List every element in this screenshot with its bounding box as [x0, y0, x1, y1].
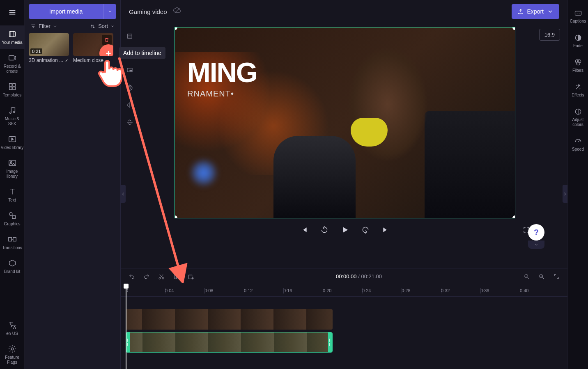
filter-button[interactable]: Filter [30, 23, 57, 29]
nav-graphics[interactable]: Graphics [0, 207, 25, 231]
nav-music-sfx[interactable]: Music & SFX [0, 102, 25, 131]
ruler-tick-label: 0:16 [283, 288, 292, 293]
svg-point-40 [577, 60, 581, 63]
media-thumbnail[interactable]: 0:21 3D animation ...✓ [29, 33, 69, 63]
resize-handle[interactable] [512, 215, 515, 218]
timeline-ruler[interactable]: 0 0:04 0:08 0:12 0:16 0:20 0:24 0:28 0:3… [121, 284, 567, 297]
add-to-timeline-button[interactable] [99, 44, 113, 56]
ruler-tick-label: 0:40 [520, 288, 528, 293]
play-button[interactable] [339, 224, 351, 236]
svg-rect-3 [9, 32, 15, 37]
svg-point-41 [576, 62, 579, 65]
undo-button[interactable] [127, 272, 136, 281]
collapse-media-panel-button[interactable]: ‹ [121, 185, 126, 203]
timeline-clip[interactable] [126, 309, 333, 330]
import-media-dropdown[interactable] [103, 4, 116, 19]
zoom-out-button[interactable] [522, 272, 531, 281]
media-title: Medium close... [73, 57, 108, 63]
project-name[interactable]: Gaming video [129, 8, 167, 15]
panel-fade[interactable]: Fade [568, 30, 588, 53]
nav-brand-kit[interactable]: Brand kit [0, 254, 25, 278]
ruler-tick-label: 0:08 [204, 288, 213, 293]
panel-label: Effects [572, 93, 584, 98]
delete-media-button[interactable] [102, 35, 112, 45]
playhead[interactable] [126, 284, 126, 369]
clip-trim-handle[interactable] [127, 339, 129, 346]
nav-transitions[interactable]: Transitions [0, 231, 25, 254]
nav-label: Transitions [2, 245, 22, 250]
ruler-tick-label: 0:36 [480, 288, 489, 293]
skip-back-button[interactable] [298, 224, 310, 236]
cloud-sync-icon[interactable] [173, 7, 181, 16]
panel-filters[interactable]: Filters [568, 54, 588, 77]
svg-point-15 [9, 213, 12, 215]
resize-handle[interactable] [175, 215, 177, 218]
split-button[interactable] [172, 272, 181, 281]
panel-label: Fade [573, 44, 583, 48]
check-icon: ✓ [65, 58, 68, 63]
panel-adjust-colors[interactable]: Adjust colors [568, 103, 588, 131]
rotate-tool-icon[interactable] [125, 83, 135, 93]
panel-label: Speed [572, 147, 584, 152]
media-thumbnail[interactable]: Medium close... Add to timeline [73, 33, 113, 63]
nav-your-media[interactable]: Your media [0, 25, 25, 49]
ruler-tick-label: 0:24 [362, 288, 371, 293]
cut-button[interactable] [157, 272, 166, 281]
timeline-clip-selected[interactable] [126, 332, 333, 353]
nav-templates[interactable]: Templates [0, 78, 25, 102]
flip-v-tool-icon[interactable] [125, 117, 135, 127]
timeline-tracks [121, 297, 567, 369]
nav-label: Video library [1, 145, 23, 150]
fit-timeline-button[interactable] [552, 272, 561, 281]
svg-rect-5 [9, 84, 11, 86]
import-media-button[interactable]: Import media [29, 4, 103, 19]
nav-label: Graphics [4, 222, 20, 227]
topbar: Gaming video Export [121, 0, 567, 23]
ruler-tick-label: 0:12 [244, 288, 253, 293]
nav-language[interactable]: en-US [0, 316, 25, 340]
menu-button[interactable] [2, 2, 22, 22]
skip-forward-button[interactable] [380, 224, 392, 236]
flip-h-tool-icon[interactable] [125, 100, 135, 110]
preview-canvas[interactable]: MING RNAMENT• [175, 27, 515, 218]
panel-effects[interactable]: Effects [568, 79, 588, 102]
delete-clip-button[interactable] [186, 272, 195, 281]
media-title: 3D animation ... [29, 57, 63, 63]
nav-feature-flags[interactable]: Feature Flags [0, 340, 25, 369]
svg-point-10 [13, 111, 15, 113]
scene-text: MING [187, 56, 257, 88]
nav-image-library[interactable]: Image library [0, 154, 25, 183]
nav-text[interactable]: Text [0, 183, 25, 207]
forward-button[interactable] [360, 224, 371, 236]
zoom-in-button[interactable] [537, 272, 546, 281]
pip-tool-icon[interactable] [125, 66, 135, 76]
svg-rect-6 [12, 84, 15, 86]
collapse-preview-button[interactable] [528, 241, 544, 249]
export-button[interactable]: Export [512, 4, 559, 19]
redo-button[interactable] [142, 272, 151, 281]
resize-handle[interactable] [512, 27, 515, 30]
collapse-right-panel-button[interactable]: › [563, 185, 567, 203]
clip-trim-handle[interactable] [329, 339, 331, 346]
rewind-button[interactable] [319, 224, 330, 236]
resize-handle[interactable] [175, 27, 177, 30]
aspect-ratio-button[interactable]: 16:9 [539, 29, 560, 41]
nav-record-create[interactable]: Record & create [0, 49, 25, 78]
ruler-tick-label: 0:04 [165, 288, 174, 293]
ruler-tick-label: 0:32 [441, 288, 450, 293]
media-panel: Import media Filter Sort 0:21 [25, 0, 121, 369]
svg-rect-32 [177, 274, 178, 279]
panel-captions[interactable]: Captions [568, 5, 588, 28]
nav-label: Brand kit [4, 269, 20, 274]
sort-label: Sort [98, 23, 108, 29]
sort-button[interactable]: Sort [90, 23, 115, 29]
svg-rect-18 [13, 237, 16, 241]
panel-speed[interactable]: Speed [568, 133, 588, 156]
nav-label: Music & SFX [1, 117, 24, 126]
svg-rect-33 [189, 275, 192, 279]
filter-label: Filter [39, 23, 51, 29]
frame-tool-icon[interactable] [125, 31, 135, 41]
nav-video-library[interactable]: Video library [0, 131, 25, 154]
nav-label: Record & create [1, 64, 24, 74]
help-button[interactable]: ? [528, 224, 544, 241]
